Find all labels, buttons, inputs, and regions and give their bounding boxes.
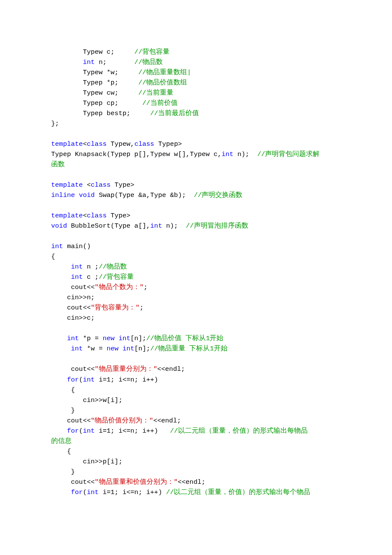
code-token-kw: template: [51, 140, 83, 148]
code-token-kw: int: [51, 243, 63, 250]
code-token-cm: //物品数: [134, 58, 163, 66]
code-token-kw: template: [51, 181, 83, 189]
code-token-str: "物品重量和价值分别为：": [95, 478, 178, 486]
code-token-kw: int: [83, 427, 95, 435]
code-token-cm: //声明冒泡排序函数: [186, 222, 248, 230]
code-token-kw: for: [71, 489, 83, 496]
code-token-kw: class: [87, 140, 107, 148]
code-token-kw: new: [103, 335, 115, 342]
code-token-cm: //物品数: [99, 263, 127, 271]
code-token-str: "物品价值分别为：": [91, 417, 153, 425]
code-token-cm: //物品重量 下标从1开始: [150, 345, 228, 353]
code-token-cm: 函数: [51, 161, 65, 168]
code-token-kw: void: [79, 191, 95, 199]
code-token-kw: int: [122, 345, 134, 353]
code-token-kw: int: [71, 345, 83, 353]
code-token-cm: //物品重量数组|: [138, 69, 191, 76]
document-page: Typew c; //背包容量 int n; //物品数 Typew *w; /…: [0, 0, 392, 555]
code-token-kw: int: [71, 273, 83, 281]
code-token-cm: //物品价值数组: [138, 79, 187, 87]
code-token-cm: //背包容量: [99, 273, 134, 281]
code-token-kw: int: [83, 376, 95, 384]
code-token-kw: class: [91, 181, 111, 189]
code-token-kw: void: [51, 222, 67, 230]
code-token-cm: //以二元组（重量，价值）的形式输出每个物品: [166, 489, 311, 496]
code-token-cm: //以二元组（重量，价值）的形式输出每物品: [170, 427, 308, 435]
code-listing: Typew c; //背包容量 int n; //物品数 Typew *w; /…: [51, 47, 341, 497]
code-token-kw: int: [118, 335, 130, 342]
code-token-str: "物品个数为：": [95, 283, 144, 291]
code-token-cm: //声明交换函数: [194, 191, 243, 199]
code-token-kw: template: [51, 212, 83, 220]
code-token-kw: int: [222, 150, 233, 158]
code-token-kw: class: [87, 212, 107, 220]
code-token-cm: //当前重量: [138, 89, 174, 97]
code-token-cm: //声明背包问题求解: [257, 150, 320, 158]
code-token-cm: //当前最后价值: [150, 110, 199, 117]
code-token-str: "物品重量分别为：": [95, 365, 157, 373]
code-token-str: "背包容量为：": [91, 304, 140, 312]
code-token-cm: //物品价值 下标从1开始: [146, 335, 223, 342]
code-token-cm: //背包容量: [134, 48, 170, 56]
code-token-kw: for: [67, 376, 79, 384]
code-token-kw: int: [150, 222, 162, 230]
code-token-cm: //当前价值: [142, 99, 178, 107]
code-token-kw: inline: [51, 191, 75, 199]
code-token-cm: 的信息: [51, 437, 72, 445]
code-token-kw: int: [71, 263, 83, 271]
code-token-kw: class: [134, 140, 154, 148]
code-token-kw: int: [67, 335, 79, 342]
code-token-kw: int: [87, 489, 99, 496]
code-token-kw: for: [67, 427, 79, 435]
code-token-kw: int: [83, 58, 95, 66]
code-token-kw: new: [107, 345, 118, 353]
